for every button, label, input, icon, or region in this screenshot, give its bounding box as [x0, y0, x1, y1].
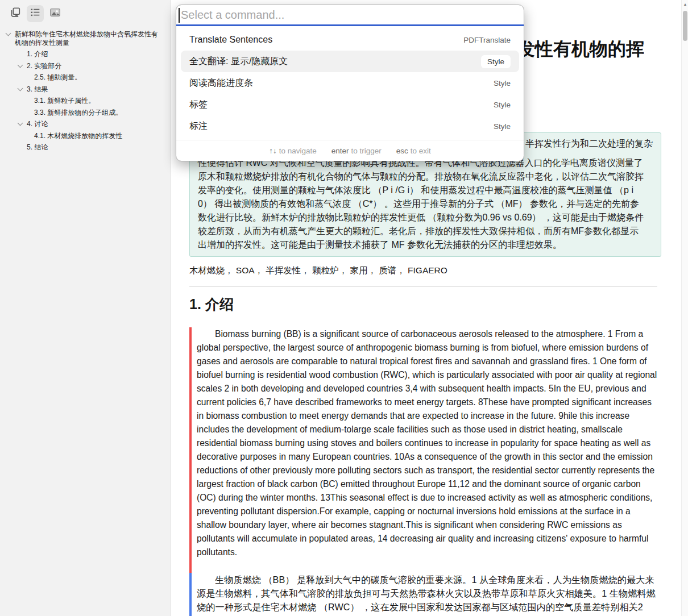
toc-item-label: 4. 讨论: [27, 120, 48, 128]
command-item[interactable]: 阅读高能进度条Style: [181, 72, 519, 94]
command-item[interactable]: 标签Style: [181, 94, 519, 115]
toc-item-label: 5. 结论: [27, 143, 48, 152]
hint-key: enter: [331, 147, 349, 155]
hint-text: to exit: [411, 147, 431, 155]
abstract-line: 数化进行比较。新鲜木炉的排放物比颗粒炉的挥发性更低 （颗粒分数为0.96 vs …: [198, 211, 653, 224]
chevron-down-icon[interactable]: [16, 62, 27, 69]
outline-list-icon: [29, 6, 42, 21]
sidebar-toolbar: [0, 0, 170, 22]
command-item[interactable]: 标注Style: [181, 115, 519, 137]
abstract-line: 发率的变化。使用测量的颗粒与气体浓度比 （P i /G i） 和使用蒸发过程中最…: [198, 184, 653, 197]
keyboard-hint: enterto trigger: [331, 147, 382, 155]
command-item[interactable]: Translate SentencesPDFTranslate: [181, 29, 519, 51]
command-input-wrap: [176, 5, 524, 26]
command-palette-footer: ↑↓to navigateenterto triggerescto exit: [176, 140, 524, 161]
section-heading: 1. 介绍: [189, 295, 661, 314]
command-item-label: 标签: [189, 99, 208, 111]
toc-item[interactable]: 3. 结果: [0, 85, 170, 94]
command-item-source: Style: [494, 101, 511, 109]
outline-list-icon-button[interactable]: [27, 5, 44, 22]
keyboard-hint: escto exit: [396, 147, 431, 155]
toc-item-label: 2.5. 辅助测量。: [34, 73, 81, 82]
paragraph-english: Biomass burning (BB) is a significant so…: [189, 327, 657, 573]
text-cursor: [179, 8, 180, 23]
toc-item[interactable]: 新鲜和陈年住宅木材燃烧排放物中含氧挥发性有机物的挥发性测量: [0, 30, 170, 47]
toc-item-label: 3.1. 新鲜粒子属性。: [34, 97, 95, 105]
command-item-label: 阅读高能进度条: [189, 77, 253, 89]
scroll-up-arrow-icon[interactable]: ▲: [682, 2, 688, 6]
command-item-source: PDFTranslate: [463, 36, 511, 44]
abstract-line: 较差所致，从而为有机蒸气产生更大的颗粒汇。老化后，排放的挥发性大致保持相似，而所…: [198, 224, 653, 238]
pages-icon: [9, 6, 22, 21]
keywords-line: 木材燃烧， SOA， 半挥发性， 颗粒炉， 家用， 质谱， FIGAERO: [189, 265, 661, 277]
command-item-source: Style: [494, 122, 511, 131]
command-item-source: Style: [494, 79, 511, 88]
toc-item[interactable]: 2.5. 辅助测量。: [0, 73, 170, 82]
vertical-scrollbar[interactable]: ▲: [681, 0, 688, 616]
toc-item[interactable]: 5. 结论: [0, 143, 170, 152]
toc-item-label: 3. 结果: [27, 85, 48, 94]
hint-text: to trigger: [351, 147, 382, 155]
pages-icon-button[interactable]: [7, 5, 24, 22]
toc-item[interactable]: 4.1. 木材燃烧排放物的挥发性: [0, 132, 170, 140]
toc-item-label: 2. 实验部分: [27, 62, 61, 70]
command-item[interactable]: 全文翻译: 显示/隐藏原文Style: [181, 51, 519, 72]
command-item-badge: Style: [481, 55, 511, 68]
images-icon: [49, 6, 61, 21]
abstract-line: 出增加的挥发性。这可能是由于测量技术捕获了 MF 参数化无法捕获的分区的非理想效…: [198, 238, 653, 252]
abstract-line: 0） 得出被测物质的有效饱和蒸气浓度 （C*） 。这些用于推导新的分子式 （MF…: [198, 197, 653, 211]
command-palette: Translate SentencesPDFTranslate全文翻译: 显示/…: [176, 5, 524, 161]
command-item-label: Translate Sentences: [189, 35, 272, 45]
toc-item-label: 1. 介绍: [27, 50, 48, 59]
images-icon-button[interactable]: [47, 5, 64, 22]
hint-key: esc: [396, 147, 408, 155]
chevron-down-icon[interactable]: [16, 85, 27, 93]
command-list: Translate SentencesPDFTranslate全文翻译: 显示/…: [176, 26, 524, 137]
toc-item[interactable]: 2. 实验部分: [0, 62, 170, 70]
section-divider: [189, 286, 657, 287]
toc-list: 新鲜和陈年住宅木材燃烧排放物中含氧挥发性有机物的挥发性测量1. 介绍2. 实验部…: [0, 22, 170, 152]
command-item-label: 标注: [189, 120, 208, 132]
toc-item[interactable]: 3.1. 新鲜粒子属性。: [0, 97, 170, 105]
keyboard-hint: ↑↓to navigate: [269, 147, 317, 155]
chevron-down-icon[interactable]: [5, 30, 15, 38]
toc-item-label: 4.1. 木材燃烧排放物的挥发性: [34, 132, 122, 140]
command-search-input[interactable]: [176, 5, 524, 24]
paragraph-chinese-translation: 生物质燃烧 （BB） 是释放到大气中的碳质气溶胶的重要来源。1 从全球角度来看，…: [189, 573, 657, 616]
toc-item-label: 新鲜和陈年住宅木材燃烧排放物中含氧挥发性有机物的挥发性测量: [15, 30, 164, 47]
sidebar: 新鲜和陈年住宅木材燃烧排放物中含氧挥发性有机物的挥发性测量1. 介绍2. 实验部…: [0, 0, 171, 616]
scrollbar-thumb[interactable]: [683, 11, 687, 41]
abstract-line: 原木和颗粒燃烧炉排放的有机化合物的气体与颗粒的分配。排放物在氧化流反应器中老化，…: [198, 170, 653, 184]
toc-item[interactable]: 1. 介绍: [0, 50, 170, 59]
toc-item-label: 3.3. 新鲜排放物的分子组成。: [34, 109, 122, 117]
hint-text: to navigate: [279, 147, 317, 155]
toc-item[interactable]: 4. 讨论: [0, 120, 170, 128]
chevron-down-icon[interactable]: [16, 120, 27, 127]
hint-key: ↑↓: [269, 147, 277, 155]
command-item-label: 全文翻译: 显示/隐藏原文: [189, 56, 288, 68]
toc-item[interactable]: 3.3. 新鲜排放物的分子组成。: [0, 109, 170, 117]
